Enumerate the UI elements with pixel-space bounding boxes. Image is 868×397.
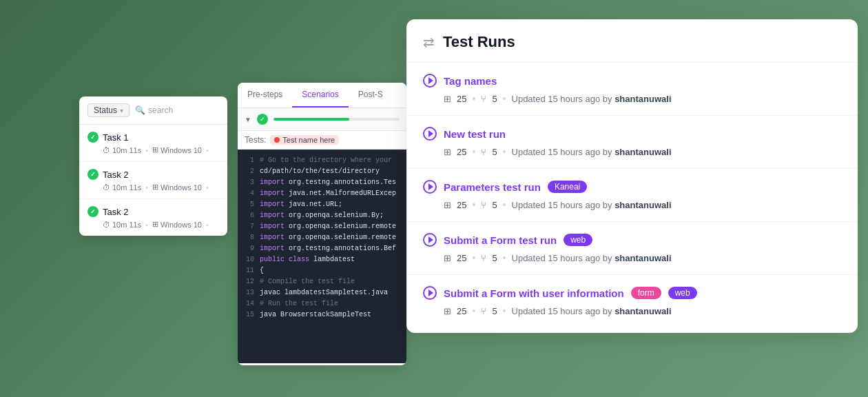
tab-scenarios[interactable]: Scenarios bbox=[292, 83, 348, 108]
branch-count: 5 bbox=[492, 253, 497, 263]
tag-badge-form: form bbox=[631, 287, 661, 299]
task-duration: ⏱ 10m 11s bbox=[103, 146, 141, 154]
scenarios-area: ▼ bbox=[238, 108, 406, 131]
code-line: 2 cd/path/to/the/test/directory bbox=[243, 166, 401, 177]
grid-icon: ⊞ bbox=[444, 200, 451, 210]
clock-icon: ⏱ bbox=[103, 221, 110, 229]
windows-icon: ⊞ bbox=[152, 220, 158, 229]
branch-icon: ⑂ bbox=[481, 147, 486, 157]
error-dot-icon bbox=[274, 137, 280, 143]
test-run-title-row: Tag names bbox=[423, 74, 841, 88]
separator: • bbox=[145, 183, 148, 192]
code-line: 14 # Run the test file bbox=[243, 298, 401, 309]
test-run-meta: ⊞ 25 • ⑂ 5 • Updated 15 hours ago by sha… bbox=[423, 252, 841, 263]
test-run-item: Submit a Form test run web ⊞ 25 • ⑂ 5 • … bbox=[406, 222, 858, 275]
branch-icon: ⑂ bbox=[481, 306, 486, 316]
play-icon bbox=[423, 74, 437, 88]
status-filter[interactable]: Status ▾ bbox=[87, 103, 130, 117]
task-name: Task 2 bbox=[103, 170, 129, 180]
test-count: 25 bbox=[457, 200, 466, 210]
test-run-link[interactable]: Submit a Form test run bbox=[444, 234, 557, 246]
code-line: 6 import org.openqa.selenium.By; bbox=[243, 210, 401, 221]
task-os: ⊞ Windows 10 bbox=[152, 183, 202, 192]
tabs-header: Pre-steps Scenarios Post-S bbox=[238, 83, 406, 108]
code-line: 1 # Go to the directory where your bbox=[243, 155, 401, 166]
test-run-meta: ⊞ 25 • ⑂ 5 • Updated 15 hours ago by sha… bbox=[423, 93, 841, 104]
dot-separator: • bbox=[503, 305, 506, 316]
separator: • bbox=[206, 183, 209, 192]
tag-badge-web: web bbox=[564, 234, 592, 246]
main-container: Status ▾ 🔍 search Task 1 ⏱ 10m 11s • ⊞ bbox=[0, 0, 868, 397]
updated-text: Updated 15 hours ago by shantanuwali bbox=[512, 94, 672, 104]
task-item[interactable]: Task 2 ⏱ 10m 11s • ⊞ Windows 10 • bbox=[79, 199, 227, 236]
branch-icon: ⑂ bbox=[481, 94, 486, 104]
code-line: 15 java BrowserstackSampleTest bbox=[243, 309, 401, 320]
right-panel: ⇄ Test Runs Tag names ⊞ 25 • ⑂ 5 • Updat… bbox=[406, 19, 858, 333]
error-badge: Test name here bbox=[270, 135, 339, 145]
play-icon bbox=[423, 180, 437, 194]
chevron-down-icon: ▾ bbox=[120, 107, 123, 114]
test-run-meta: ⊞ 25 • ⑂ 5 • Updated 15 hours ago by sha… bbox=[423, 146, 841, 157]
windows-icon: ⊞ bbox=[152, 145, 158, 154]
test-count: 25 bbox=[457, 94, 466, 104]
branch-count: 5 bbox=[492, 306, 497, 316]
progress-fill bbox=[273, 118, 349, 121]
play-icon bbox=[423, 286, 437, 300]
status-circle bbox=[257, 114, 268, 125]
code-line: 4 import java.net.MalformedURLExcep bbox=[243, 188, 401, 199]
tests-label: Tests: bbox=[245, 135, 266, 145]
code-line: 11 { bbox=[243, 265, 401, 276]
test-count: 25 bbox=[457, 253, 466, 263]
search-input[interactable]: search bbox=[148, 105, 173, 115]
status-label: Status bbox=[94, 105, 117, 115]
test-name-label: Test name here bbox=[282, 136, 335, 144]
task-meta: ⏱ 10m 11s • ⊞ Windows 10 • bbox=[87, 220, 219, 229]
test-run-item: New test run ⊞ 25 • ⑂ 5 • Updated 15 hou… bbox=[406, 116, 858, 169]
grid-icon: ⊞ bbox=[444, 94, 451, 104]
code-line: 7 import org.openqa.selenium.remote bbox=[243, 221, 401, 232]
check-icon bbox=[87, 169, 99, 180]
task-meta: ⏱ 10m 11s • ⊞ Windows 10 • bbox=[87, 183, 219, 192]
updated-text: Updated 15 hours ago by shantanuwali bbox=[512, 200, 672, 210]
separator: • bbox=[145, 221, 148, 229]
check-icon bbox=[87, 206, 99, 217]
updated-text: Updated 15 hours ago by shantanuwali bbox=[512, 147, 672, 157]
tests-row: Tests: Test name here bbox=[238, 131, 406, 150]
separator: • bbox=[206, 146, 209, 154]
dot-separator: • bbox=[503, 252, 506, 263]
tag-badge-kaneai: Kaneai bbox=[548, 181, 587, 193]
grid-icon: ⊞ bbox=[444, 253, 451, 263]
code-editor: 1 # Go to the directory where your 2 cd/… bbox=[238, 150, 406, 363]
task-name: Task 2 bbox=[103, 207, 129, 217]
test-run-link[interactable]: Tag names bbox=[444, 75, 497, 87]
grid-icon: ⊞ bbox=[444, 147, 451, 157]
tag-badge-web: web bbox=[668, 287, 697, 299]
dot-separator: • bbox=[503, 93, 506, 104]
task-item[interactable]: Task 2 ⏱ 10m 11s • ⊞ Windows 10 • bbox=[79, 162, 227, 199]
play-icon bbox=[423, 233, 437, 247]
middle-panel: Pre-steps Scenarios Post-S ▼ Tests: Test… bbox=[238, 83, 406, 365]
test-run-item: Tag names ⊞ 25 • ⑂ 5 • Updated 15 hours … bbox=[406, 63, 858, 116]
updated-text: Updated 15 hours ago by shantanuwali bbox=[512, 306, 672, 316]
test-run-item: Submit a Form with user information form… bbox=[406, 275, 858, 327]
tab-presteps[interactable]: Pre-steps bbox=[238, 83, 292, 108]
test-run-link[interactable]: Submit a Form with user information bbox=[444, 287, 624, 299]
tab-poststeps[interactable]: Post-S bbox=[349, 83, 393, 108]
task-title-row: Task 2 bbox=[87, 169, 219, 180]
grid-icon: ⊞ bbox=[444, 306, 451, 316]
dot-separator: • bbox=[472, 252, 475, 263]
windows-icon: ⊞ bbox=[152, 183, 158, 192]
test-run-link[interactable]: Parameters test run bbox=[444, 181, 541, 193]
branch-icon: ⑂ bbox=[481, 253, 486, 263]
test-run-title-row: Submit a Form with user information form… bbox=[423, 286, 841, 300]
code-line: 10 public class lambdatest bbox=[243, 254, 401, 265]
separator: • bbox=[206, 221, 209, 229]
task-item[interactable]: Task 1 ⏱ 10m 11s • ⊞ Windows 10 • bbox=[79, 125, 227, 162]
clock-icon: ⏱ bbox=[103, 183, 110, 192]
test-run-title-row: Parameters test run Kaneai bbox=[423, 180, 841, 194]
dot-separator: • bbox=[472, 305, 475, 316]
branch-icon: ⑂ bbox=[481, 200, 486, 210]
test-run-link[interactable]: New test run bbox=[444, 128, 506, 140]
test-run-title-row: New test run bbox=[423, 127, 841, 141]
expand-icon[interactable]: ▼ bbox=[245, 116, 251, 123]
